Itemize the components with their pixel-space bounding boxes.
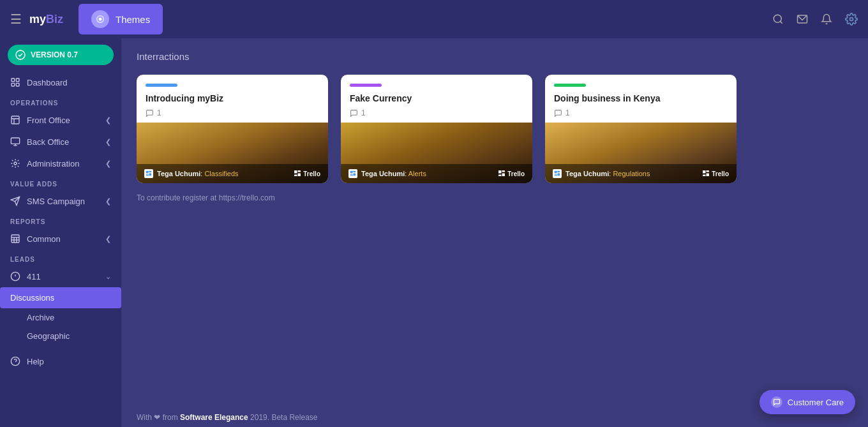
card-footer-1: Tega Uchumi: Classifieds Trello (137, 164, 328, 183)
card-tag-2: Alerts (408, 170, 426, 177)
svg-rect-9 (16, 83, 19, 86)
svg-rect-32 (298, 170, 301, 172)
sms-campaign-label: SMS Campaign (27, 197, 105, 206)
svg-rect-10 (11, 116, 19, 124)
svg-rect-42 (498, 175, 502, 177)
version-label: VERSION 0.7 (31, 50, 78, 59)
card-comment-count-2: 1 (361, 109, 366, 117)
version-button[interactable]: VERSION 0.7 (8, 45, 114, 65)
operations-section: OPERATIONS (0, 93, 121, 109)
trello-logo-2: Trello (498, 170, 525, 177)
411-label: 411 (27, 272, 105, 281)
svg-rect-46 (555, 174, 557, 176)
svg-rect-31 (294, 170, 297, 174)
back-office-label: Back Office (27, 137, 105, 147)
chat-icon (771, 396, 782, 408)
card-username-1: Tega Uchumi: Classifieds (157, 170, 239, 177)
admin-chevron: ❮ (105, 160, 111, 168)
svg-rect-35 (350, 171, 353, 174)
sidebar-item-discussions[interactable]: Discussions (0, 287, 121, 308)
geographic-label: Geographic (27, 331, 70, 341)
front-office-chevron: ❮ (105, 116, 111, 124)
trello-logo-3: Trello (702, 170, 729, 177)
card-doing-business[interactable]: Doing business in Kenya 1 (545, 75, 737, 183)
contribute-text: To contribute register at https://trello… (137, 193, 853, 202)
svg-rect-34 (294, 175, 297, 177)
footer-company: Software Elegance (180, 413, 248, 422)
sidebar-item-geographic[interactable]: Geographic (0, 327, 121, 345)
card-accent-bar-3 (554, 84, 586, 87)
svg-rect-30 (146, 174, 149, 176)
sms-chevron: ❮ (105, 197, 111, 206)
card-image-2: Tega Uchumi: Alerts Trello (341, 123, 532, 183)
administration-label: Administration (27, 159, 105, 169)
card-title-1: Introducing myBiz (146, 93, 319, 103)
sidebar-item-administration[interactable]: Administration ❮ (0, 153, 121, 174)
reports-section: REPORTS (0, 212, 121, 228)
card-comment-count-3: 1 (565, 109, 570, 117)
front-office-label: Front Office (27, 116, 105, 125)
sidebar-item-front-office[interactable]: Front Office ❮ (0, 109, 121, 131)
customer-care-button[interactable]: Customer Care (760, 390, 855, 414)
themes-tab-label: Themes (116, 14, 150, 25)
hamburger-icon[interactable]: ☰ (10, 11, 22, 27)
svg-rect-29 (149, 174, 151, 176)
card-user-2: Tega Uchumi: Alerts (348, 169, 426, 178)
sidebar-item-sms-campaign[interactable]: SMS Campaign ❮ (0, 190, 121, 212)
card-top-3: Doing business in Kenya 1 (545, 75, 737, 123)
card-user-3: Tega Uchumi: Regulations (553, 169, 650, 178)
svg-point-1 (774, 15, 781, 22)
themes-icon (91, 10, 109, 28)
themes-tab[interactable]: Themes (79, 4, 163, 34)
svg-rect-43 (555, 171, 557, 174)
card-fake-currency[interactable]: Fake Currency 1 (341, 75, 532, 183)
sidebar-item-archive[interactable]: Archive (0, 308, 121, 327)
svg-rect-7 (16, 79, 19, 82)
card-image-1: Tega Uchumi: Classifieds Trello (137, 123, 328, 183)
cards-row: Introducing myBiz 1 (137, 75, 853, 183)
svg-rect-50 (703, 175, 706, 177)
top-nav: ☰ myBiz Themes (0, 0, 868, 38)
411-chevron: ⌄ (105, 273, 111, 281)
card-accent-bar-1 (146, 84, 177, 87)
nav-icons (772, 13, 858, 26)
back-office-chevron: ❮ (105, 138, 111, 146)
bell-button[interactable] (821, 13, 832, 25)
svg-point-4 (850, 18, 853, 21)
card-accent-bar-2 (350, 84, 382, 87)
card-title-2: Fake Currency (350, 93, 523, 103)
sidebar-item-411[interactable]: 411 ⌄ (0, 266, 121, 287)
card-top-2: Fake Currency 1 (341, 75, 532, 123)
card-image-3: Tega Uchumi: Regulations Trello (545, 123, 737, 183)
card-comments-1: 1 (146, 109, 319, 117)
svg-line-2 (780, 21, 782, 23)
common-chevron: ❮ (105, 235, 111, 243)
card-comments-2: 1 (350, 109, 523, 117)
card-user-1: Tega Uchumi: Classifieds (144, 169, 239, 178)
sidebar-item-help[interactable]: Help (0, 350, 121, 372)
svg-rect-38 (350, 174, 353, 176)
archive-label: Archive (27, 313, 54, 322)
content-inner: Interractions Introducing myBiz 1 (121, 38, 868, 408)
sidebar-item-dashboard[interactable]: Dashboard (0, 71, 121, 93)
trello-user-icon-1 (144, 169, 153, 178)
footer-suffix: 2019. Beta Release (248, 413, 318, 422)
settings-button[interactable] (845, 13, 858, 26)
sidebar-item-common[interactable]: Common ❮ (0, 228, 121, 250)
mail-button[interactable] (797, 13, 808, 25)
svg-rect-33 (298, 174, 301, 177)
svg-rect-49 (707, 174, 710, 177)
svg-rect-48 (707, 170, 710, 172)
content-footer: With ❤ from Software Elegance 2019. Beta… (121, 408, 868, 427)
card-footer-2: Tega Uchumi: Alerts Trello (341, 164, 532, 183)
svg-rect-28 (149, 171, 151, 172)
svg-rect-11 (11, 138, 19, 144)
svg-rect-17 (11, 235, 19, 243)
search-button[interactable] (772, 13, 784, 25)
common-label: Common (27, 234, 105, 244)
card-introducing-mybiz[interactable]: Introducing myBiz 1 (137, 75, 328, 183)
card-tag-3: Regulations (613, 170, 650, 177)
help-label: Help (27, 357, 111, 366)
sidebar-item-back-office[interactable]: Back Office ❮ (0, 131, 121, 153)
svg-rect-44 (557, 171, 560, 172)
